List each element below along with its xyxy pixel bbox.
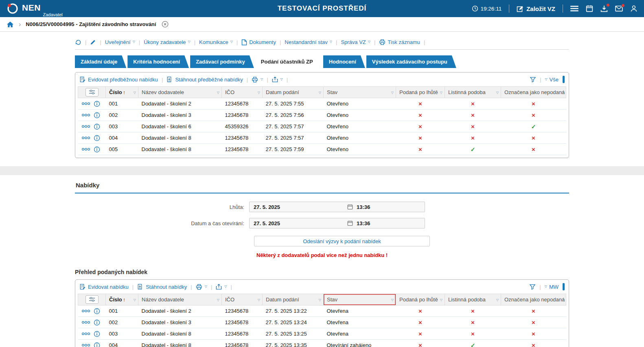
menu-komunikace[interactable]: Komunikace▽ — [199, 39, 233, 45]
column-filter-icon[interactable]: ▽ — [319, 90, 321, 94]
opening-field[interactable]: 27. 5. 2025 13:36 — [249, 218, 425, 228]
column-header-nepodana[interactable]: Označena jako nepodaná▽ — [501, 87, 566, 98]
tab-zadavaci-podminky[interactable]: Zadávací podmínky — [190, 55, 254, 68]
profile-button[interactable] — [630, 5, 637, 12]
panel-grip[interactable] — [563, 283, 565, 290]
tab-vysledek-postupu[interactable]: Výsledek zadávacího postupu — [366, 55, 456, 68]
row-menu-icon[interactable] — [81, 136, 90, 140]
column-filter-icon[interactable]: ▽ — [561, 90, 564, 94]
deadline-field[interactable]: 27. 5. 2025 13:36 — [249, 202, 425, 212]
menu-dokumenty[interactable]: Dokumenty — [241, 39, 276, 46]
filter-button[interactable] — [529, 284, 536, 290]
row-info-icon[interactable] — [94, 342, 100, 347]
row-menu-icon[interactable] — [81, 321, 90, 324]
print-table-button[interactable]: ▽ — [196, 284, 207, 290]
row-info-icon[interactable] — [94, 308, 100, 314]
print-table-button[interactable]: ▽ — [252, 77, 263, 83]
stahnout-predbezne-nabidky-button[interactable]: Stáhnout předběžné nabídky — [166, 76, 243, 83]
column-header-stav[interactable]: Stav▽ — [324, 294, 396, 305]
messages-button[interactable] — [615, 5, 623, 12]
column-filter-icon[interactable]: ▽ — [258, 90, 260, 94]
panel-grip[interactable] — [563, 76, 565, 83]
history-button[interactable] — [75, 39, 81, 46]
column-filter-icon[interactable]: ▽ — [134, 90, 136, 94]
table-row[interactable]: 004Dodavatel - školení 81234567827. 5. 2… — [78, 340, 566, 347]
column-header-nazev[interactable]: Název dodavatele▽ — [138, 294, 222, 305]
edit-record-button[interactable] — [90, 39, 96, 45]
tab-podani-ucastniku[interactable]: Podání účastníků ZP — [255, 55, 322, 68]
menu-button[interactable] — [570, 5, 578, 12]
column-filter-icon[interactable]: ▽ — [561, 298, 564, 301]
column-filter-icon[interactable]: ▽ — [391, 90, 394, 94]
evidovat-predbeznou-nabidku-button[interactable]: Evidovat předběžnou nabídku — [79, 76, 158, 83]
row-menu-icon[interactable] — [81, 332, 90, 336]
calendar-icon[interactable] — [347, 220, 353, 226]
tab-kriteria-hodnoceni[interactable]: Kritéria hodnocení — [127, 55, 189, 68]
row-info-icon[interactable] — [94, 146, 100, 153]
column-header-datum[interactable]: Datum podání▽ — [263, 294, 324, 305]
nen-brand[interactable]: NEN Zadavatel — [7, 2, 63, 15]
column-filter-icon[interactable]: ▽ — [440, 298, 442, 301]
breadcrumb-item[interactable]: N006/25/V00004995 - Zajištění závodního … — [26, 21, 156, 27]
menu-nestandardni-stav[interactable]: Nestandardní stav▽ — [285, 39, 332, 45]
row-menu-icon[interactable] — [81, 125, 90, 128]
deadline-date-input[interactable]: 27. 5. 2025 — [250, 204, 345, 210]
table-row[interactable]: 001Dodavatel - školení 21234567827. 5. 2… — [78, 98, 566, 110]
row-menu-icon[interactable] — [81, 309, 90, 313]
opening-time-input[interactable]: 13:36 — [345, 220, 425, 226]
row-menu-icon[interactable] — [81, 147, 90, 151]
table-row[interactable]: 001Dodavatel - školení 21234567827. 5. 2… — [78, 305, 566, 317]
column-header-po_lhute[interactable]: Podaná po lhůtě▽ — [396, 87, 445, 98]
table-row[interactable]: 003Dodavatel - školení 81234567827. 5. 2… — [78, 328, 566, 340]
column-settings-button[interactable] — [85, 88, 99, 97]
downloads-button[interactable] — [600, 5, 608, 12]
stahnout-nabidky-button[interactable]: Stáhnout nabídky — [137, 283, 187, 290]
column-header-cislo[interactable]: Číslo↑▽ — [106, 294, 138, 305]
column-filter-icon[interactable]: ▽ — [440, 90, 442, 94]
row-info-icon[interactable] — [94, 112, 100, 119]
column-header-nepodana[interactable]: Označena jako nepodaná▽ — [501, 294, 566, 305]
row-info-icon[interactable] — [94, 135, 100, 141]
column-header-listinna[interactable]: Listinná podoba▽ — [445, 294, 501, 305]
calendar-button[interactable] — [586, 5, 593, 12]
evidovat-nabidku-button[interactable]: Evidovat nabídku — [79, 283, 129, 290]
export-table-button[interactable]: ▽ — [216, 283, 227, 290]
column-header-ico[interactable]: IČO▽ — [222, 294, 263, 305]
print-record-button[interactable]: Tisk záznamu — [379, 39, 420, 45]
column-filter-icon[interactable]: ▽ — [319, 298, 321, 301]
opening-date-input[interactable]: 27. 5. 2025 — [250, 220, 345, 226]
calendar-icon[interactable] — [347, 204, 353, 210]
home-button[interactable] — [7, 21, 14, 28]
row-menu-icon[interactable] — [81, 343, 90, 347]
tab-hodnoceni[interactable]: Hodnocení — [323, 55, 365, 68]
table-row[interactable]: 002Dodavatel - školení 31234567827. 5. 2… — [78, 110, 566, 121]
menu-sprava-vz[interactable]: Správa VZ▽ — [341, 39, 370, 45]
deadline-time-input[interactable]: 13:36 — [345, 204, 425, 210]
view-selector[interactable]: ▽ MW — [545, 284, 559, 290]
row-info-icon[interactable] — [94, 319, 100, 326]
send-invitation-button[interactable]: Odeslání výzvy k podání nabídek — [254, 236, 430, 246]
filter-button[interactable] — [530, 77, 536, 83]
column-header-datum[interactable]: Datum podání▽ — [263, 87, 324, 98]
create-vz-button[interactable]: Založit VZ — [517, 5, 555, 12]
table-row[interactable]: 002Dodavatel - školení 31234567827. 5. 2… — [78, 317, 566, 328]
column-header-stav[interactable]: Stav▽ — [324, 87, 396, 98]
column-filter-icon[interactable]: ▽ — [217, 90, 219, 94]
column-filter-icon[interactable]: ▽ — [134, 298, 136, 301]
column-filter-icon[interactable]: ▽ — [217, 298, 219, 301]
menu-uverejneni[interactable]: Uveřejnění▽ — [105, 39, 135, 45]
column-header-po_lhute[interactable]: Podaná po lhůtě▽ — [396, 294, 445, 305]
row-menu-icon[interactable] — [81, 102, 90, 105]
table-row[interactable]: 003Dodavatel - školení 64535932627. 5. 2… — [78, 121, 566, 132]
tab-zakladni-udaje[interactable]: Základní údaje — [75, 55, 126, 68]
column-header-cislo[interactable]: Číslo↑▽ — [106, 87, 138, 98]
column-header-ico[interactable]: IČO▽ — [222, 87, 263, 98]
column-filter-icon[interactable]: ▽ — [391, 298, 394, 301]
table-row[interactable]: 004Dodavatel - školení 81234567827. 5. 2… — [78, 132, 566, 144]
column-filter-icon[interactable]: ▽ — [496, 90, 499, 94]
view-selector[interactable]: ▽ Vše — [545, 77, 559, 83]
row-menu-icon[interactable] — [81, 113, 90, 117]
close-record-button[interactable] — [162, 21, 169, 28]
row-info-icon[interactable] — [94, 101, 100, 107]
menu-ukony-zadavatele[interactable]: Úkony zadavatele▽ — [144, 39, 191, 45]
